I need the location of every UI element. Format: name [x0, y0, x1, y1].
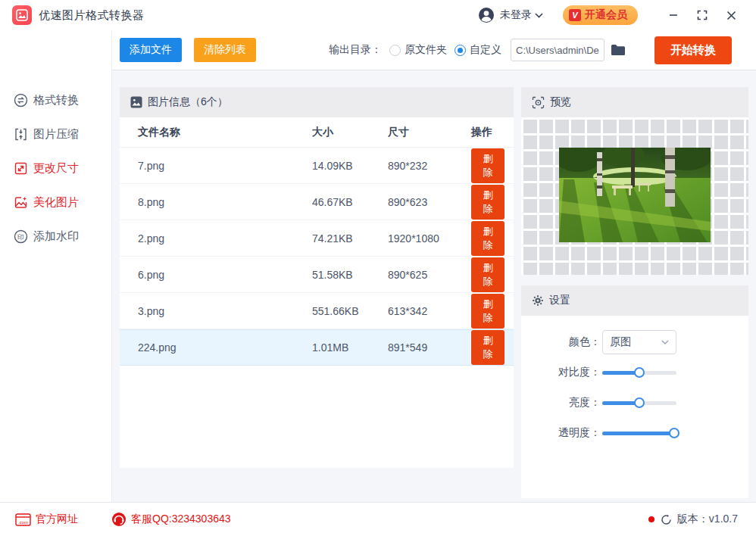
table-row[interactable]: 224.png 1.01MB 891*549 删除 — [120, 329, 514, 366]
slider-handle[interactable] — [669, 428, 679, 438]
contrast-slider[interactable] — [602, 371, 676, 375]
browse-folder-button[interactable] — [611, 44, 626, 56]
brightness-label: 亮度： — [521, 396, 601, 410]
content-area: 图片信息（6个） 文件名称 大小 尺寸 操作 7.png 14.09KB 890… — [112, 70, 756, 502]
table-row[interactable]: 8.png 46.67KB 890*623 删除 — [120, 184, 514, 220]
sidebar-item-label: 格式转换 — [33, 93, 79, 108]
vip-upgrade-button[interactable]: V 开通会员 — [563, 5, 638, 25]
preview-section-header: 预览 — [521, 87, 748, 117]
col-header-size: 大小 — [312, 126, 388, 139]
svg-text:.com: .com — [18, 519, 28, 524]
qq-headset-icon — [111, 512, 127, 527]
delete-row-button[interactable]: 删除 — [471, 185, 505, 220]
cell-size: 14.09KB — [312, 160, 388, 172]
brightness-setting-row: 亮度： — [521, 388, 748, 418]
cell-size: 74.21KB — [312, 232, 388, 245]
delete-row-button[interactable]: 删除 — [471, 257, 505, 292]
login-status[interactable]: 未登录 — [500, 8, 532, 22]
file-table-card: 图片信息（6个） 文件名称 大小 尺寸 操作 7.png 14.09KB 890… — [120, 87, 514, 468]
col-header-dims: 尺寸 — [388, 126, 471, 139]
table-section-title: 图片信息（6个） — [148, 95, 228, 109]
sidebar-item-image-compress[interactable]: 图片压缩 — [0, 117, 111, 151]
customer-service-qq-link[interactable]: 客服QQ:3234303643 — [111, 512, 231, 527]
slider-handle[interactable] — [634, 397, 645, 408]
convert-arrows-icon — [14, 93, 28, 108]
col-header-name: 文件名称 — [138, 126, 312, 139]
delete-row-button[interactable]: 删除 — [471, 330, 505, 365]
cell-filename: 2.png — [138, 232, 312, 245]
compress-icon — [14, 127, 28, 142]
cell-dims: 891*549 — [388, 341, 471, 354]
cell-filename: 6.png — [138, 269, 312, 281]
version-label: 版本：v1.0.7 — [677, 513, 738, 526]
app-logo-icon — [12, 5, 32, 25]
close-button[interactable] — [720, 4, 742, 26]
cell-filename: 8.png — [138, 196, 312, 208]
settings-body: 颜色： 原图 对比度： — [521, 316, 748, 498]
sidebar-item-label: 更改尺寸 — [33, 161, 79, 176]
add-files-button[interactable]: 添加文件 — [120, 38, 182, 62]
delete-row-button[interactable]: 删除 — [471, 294, 505, 329]
table-section-header: 图片信息（6个） — [120, 87, 514, 117]
cell-dims: 613*342 — [388, 305, 471, 317]
color-setting-row: 颜色： 原图 — [521, 327, 748, 357]
gear-icon — [532, 294, 544, 307]
radio-selected-icon[interactable] — [455, 45, 466, 56]
radio-custom-folder[interactable]: 自定义 — [455, 43, 501, 57]
beautify-image-icon — [14, 195, 28, 210]
preview-photo — [559, 148, 711, 242]
color-label: 颜色： — [521, 335, 601, 349]
stamp-icon: 印 — [14, 229, 28, 244]
chevron-down-icon — [661, 340, 669, 344]
brightness-slider[interactable] — [602, 401, 676, 405]
radio-circle-icon[interactable] — [389, 45, 401, 56]
slider-handle[interactable] — [634, 367, 645, 378]
table-row[interactable]: 6.png 51.58KB 890*625 删除 — [120, 257, 514, 293]
sidebar-item-label: 美化图片 — [33, 195, 79, 210]
opacity-slider[interactable] — [602, 432, 676, 435]
login-menu[interactable]: 未登录 — [478, 7, 543, 23]
minimize-button[interactable] — [662, 4, 685, 26]
output-path-input[interactable] — [511, 39, 604, 61]
color-select[interactable]: 原图 — [602, 330, 676, 354]
sidebar-item-beautify[interactable]: 美化图片 — [0, 185, 111, 220]
preview-title: 预览 — [550, 95, 571, 109]
sidebar-item-resize[interactable]: 更改尺寸 — [0, 151, 111, 185]
radio-original-folder[interactable]: 原文件夹 — [389, 43, 447, 57]
cell-dims: 890*232 — [388, 160, 471, 172]
delete-row-button[interactable]: 删除 — [471, 221, 505, 256]
cell-dims: 890*623 — [388, 196, 471, 208]
toolbar: 添加文件 清除列表 输出目录： 原文件夹 自定义 — [112, 30, 756, 70]
cell-filename: 7.png — [138, 160, 312, 172]
maximize-button[interactable] — [691, 4, 714, 26]
refresh-icon[interactable] — [661, 514, 672, 525]
preview-canvas — [521, 117, 748, 275]
vip-badge-icon: V — [569, 9, 581, 21]
settings-section-header: 设置 — [521, 285, 748, 316]
user-avatar-icon — [478, 7, 495, 23]
preview-eye-icon — [532, 96, 545, 109]
contrast-setting-row: 对比度： — [521, 357, 748, 388]
chevron-down-icon — [535, 13, 543, 18]
cell-size: 1.01MB — [312, 341, 388, 354]
col-header-action: 操作 — [471, 126, 514, 139]
resize-icon — [14, 161, 28, 176]
website-dotcom-icon: .com — [15, 513, 31, 526]
opacity-setting-row: 透明度： — [521, 418, 748, 448]
official-website-link[interactable]: .com 官方网址 — [15, 513, 78, 526]
output-dir-label: 输出目录： — [329, 43, 382, 57]
clear-list-button[interactable]: 清除列表 — [194, 38, 256, 62]
sidebar-item-format-convert[interactable]: 格式转换 — [0, 83, 111, 117]
panel-gap — [521, 275, 748, 285]
table-row[interactable]: 2.png 74.21KB 1920*1080 删除 — [120, 220, 514, 257]
table-column-headers: 文件名称 大小 尺寸 操作 — [120, 117, 514, 148]
start-convert-button[interactable]: 开始转换 — [654, 36, 732, 64]
opacity-label: 透明度： — [521, 426, 601, 440]
update-status-dot — [648, 516, 654, 522]
table-row[interactable]: 3.png 551.66KB 613*342 删除 — [120, 293, 514, 329]
delete-row-button[interactable]: 删除 — [471, 148, 505, 183]
table-row[interactable]: 7.png 14.09KB 890*232 删除 — [120, 148, 514, 184]
sidebar-item-watermark[interactable]: 印 添加水印 — [0, 220, 111, 254]
settings-title: 设置 — [549, 294, 570, 307]
image-info-icon — [130, 96, 142, 108]
